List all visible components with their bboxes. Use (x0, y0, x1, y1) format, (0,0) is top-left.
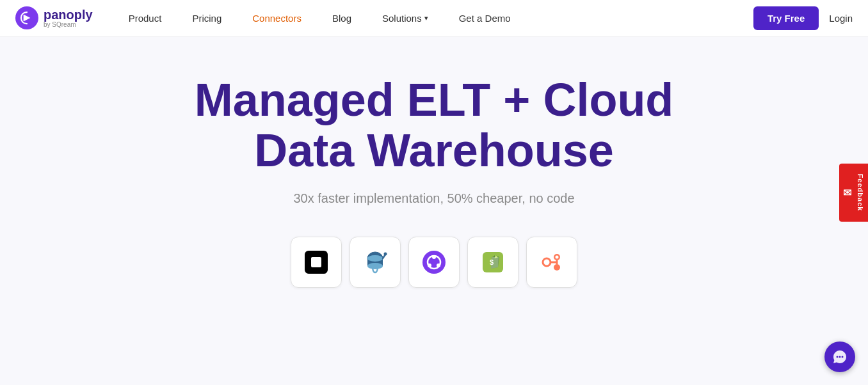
svg-point-5 (367, 263, 383, 269)
nav-pricing[interactable]: Pricing (177, 0, 237, 36)
svg-point-11 (432, 255, 436, 259)
nav-right: Try Free Login (753, 6, 853, 30)
nav-solutions[interactable]: Solutions ▾ (367, 0, 444, 36)
connector-panoply[interactable] (408, 237, 460, 288)
hero-title: Managed ELT + Cloud Data Warehouse (146, 75, 722, 176)
nav-blog[interactable]: Blog (317, 0, 367, 36)
connector-square[interactable] (291, 237, 342, 288)
brand-name: panoply (44, 8, 93, 22)
svg-point-8 (384, 253, 387, 256)
svg-point-24 (842, 356, 844, 358)
hero-subtitle: 30x faster implementation, 50% cheaper, … (293, 191, 574, 206)
svg-point-17 (556, 256, 559, 259)
chevron-down-icon: ▾ (424, 14, 428, 22)
brand-subtitle: by SQream (44, 22, 93, 28)
svg-point-21 (543, 258, 551, 266)
connector-postgresql[interactable] (350, 237, 401, 288)
connectors-row: $ (291, 237, 577, 288)
svg-text:$: $ (490, 258, 494, 266)
nav-links: Product Pricing Connectors Blog Solution… (113, 0, 753, 36)
hero-section: Managed ELT + Cloud Data Warehouse 30x f… (0, 36, 868, 307)
svg-point-12 (437, 263, 440, 267)
svg-point-22 (837, 356, 839, 358)
nav-connectors[interactable]: Connectors (237, 0, 317, 36)
chat-button[interactable] (824, 342, 855, 372)
login-link[interactable]: Login (829, 13, 853, 24)
svg-point-13 (428, 263, 431, 267)
svg-point-6 (367, 255, 383, 262)
connector-hubspot[interactable] (526, 237, 577, 288)
logo[interactable]: panoply by SQream (15, 6, 93, 29)
try-free-button[interactable]: Try Free (753, 6, 819, 30)
nav-get-demo[interactable]: Get a Demo (444, 0, 526, 36)
svg-point-23 (839, 356, 841, 358)
nav-product[interactable]: Product (113, 0, 177, 36)
svg-point-18 (554, 264, 560, 271)
navbar: panoply by SQream Product Pricing Connec… (0, 0, 868, 36)
feedback-tab[interactable]: Feedback ✉ (839, 164, 868, 222)
feedback-icon: ✉ (843, 187, 851, 199)
svg-point-9 (422, 251, 446, 274)
svg-rect-2 (311, 257, 321, 267)
connector-shopify[interactable]: $ (467, 237, 518, 288)
feedback-label: Feedback (856, 174, 864, 212)
